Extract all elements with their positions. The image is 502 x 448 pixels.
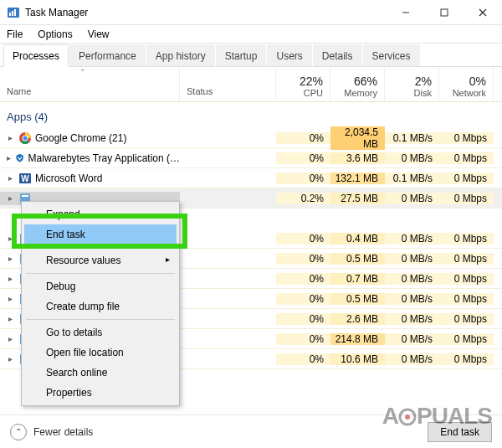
header-disk[interactable]: 2% Disk [385, 67, 439, 101]
cpu-percent: 22% [300, 75, 323, 88]
process-row[interactable]: ▸Google Chrome (21)0%2,034.5 MB0.1 MB/s0… [0, 128, 502, 148]
svg-rect-3 [14, 9, 16, 16]
tab-startup[interactable]: Startup [216, 44, 267, 67]
header-network[interactable]: 0% Network [439, 67, 494, 101]
network-value: 0 Mbps [439, 273, 494, 285]
memory-value: 0.5 MB [330, 253, 385, 265]
disclosure-icon[interactable]: ▸ [5, 354, 15, 363]
ctx-separator [26, 273, 175, 274]
fewer-details-button[interactable]: ⌃ Fewer details [10, 424, 93, 440]
network-label: Network [453, 88, 486, 98]
svg-rect-1 [9, 13, 11, 16]
memory-value: 2.6 MB [330, 313, 385, 325]
network-value: 0 Mbps [439, 152, 494, 164]
ctx-separator [26, 247, 175, 248]
app-icon: W [18, 172, 32, 185]
memory-value: 27.5 MB [330, 193, 385, 204]
tab-users[interactable]: Users [267, 44, 311, 67]
disk-value: 0 MB/s [385, 193, 439, 204]
group-apps[interactable]: Apps (4) [0, 102, 502, 128]
svg-point-11 [23, 136, 28, 140]
memory-percent: 66% [354, 75, 377, 88]
ctx-end-task[interactable]: End task [24, 224, 177, 245]
ctx-search-online[interactable]: Search online [24, 363, 177, 383]
disk-value: 0 MB/s [385, 152, 439, 164]
network-value: 0 Mbps [439, 333, 494, 345]
ctx-create-dump[interactable]: Create dump file [24, 296, 177, 317]
disclosure-icon[interactable]: ▸ [5, 234, 15, 243]
header-name[interactable]: ⌃ Name [0, 67, 180, 101]
svg-rect-15 [22, 195, 28, 197]
disclosure-icon[interactable]: ▸ [5, 294, 15, 303]
close-button[interactable] [464, 0, 502, 25]
tab-services[interactable]: Services [363, 44, 420, 67]
minimize-button[interactable] [387, 0, 425, 25]
memory-value: 2,034.5 MB [330, 126, 385, 150]
disk-value: 0 MB/s [385, 233, 439, 245]
header-status[interactable]: Status [180, 67, 276, 101]
header-status-label: Status [187, 86, 213, 96]
tab-performance[interactable]: Performance [69, 44, 146, 67]
tab-details[interactable]: Details [313, 44, 362, 67]
process-name-cell: ▸Malwarebytes Tray Application (… [0, 152, 180, 165]
disk-value: 0 MB/s [385, 333, 439, 345]
header-memory[interactable]: 66% Memory [330, 67, 385, 101]
end-task-button[interactable]: End task [428, 422, 492, 442]
disclosure-icon[interactable]: ▸ [5, 133, 15, 142]
disclosure-icon[interactable]: ▸ [5, 254, 15, 263]
app-icon [15, 152, 24, 165]
process-name: Google Chrome (21) [35, 132, 126, 144]
header-name-label: Name [7, 86, 31, 96]
chevron-up-icon: ⌃ [10, 424, 27, 440]
disclosure-icon[interactable]: ▸ [5, 153, 12, 162]
disclosure-icon[interactable]: ▸ [5, 173, 15, 183]
tabstrip: Processes Performance App history Startu… [0, 44, 502, 67]
network-value: 0 Mbps [439, 132, 494, 144]
memory-value: 3.6 MB [330, 152, 385, 164]
titlebar: Task Manager [0, 0, 502, 25]
app-icon [18, 131, 32, 145]
menu-file[interactable]: File [5, 27, 24, 42]
window-controls [387, 0, 502, 25]
disk-percent: 2% [415, 75, 432, 88]
tab-app-history[interactable]: App history [146, 44, 215, 67]
cpu-value: 0% [276, 253, 330, 265]
network-percent: 0% [469, 75, 486, 88]
menu-options[interactable]: Options [36, 27, 74, 42]
memory-label: Memory [344, 88, 377, 98]
maximize-button[interactable] [425, 0, 464, 25]
process-row[interactable]: ▸Malwarebytes Tray Application (…0%3.6 M… [0, 148, 502, 168]
disclosure-icon[interactable]: ▸ [5, 314, 15, 323]
cpu-value: 0% [276, 293, 330, 305]
ctx-properties[interactable]: Properties [24, 383, 177, 403]
disk-value: 0.1 MB/s [385, 132, 439, 144]
disclosure-icon[interactable]: ▸ [5, 334, 15, 343]
cpu-value: 0% [276, 152, 330, 164]
cpu-label: CPU [304, 88, 323, 98]
sort-indicator-icon: ⌃ [79, 68, 86, 76]
menu-view[interactable]: View [86, 27, 111, 42]
svg-rect-2 [12, 11, 13, 16]
disclosure-icon[interactable]: ▸ [5, 274, 15, 283]
svg-rect-5 [441, 9, 448, 16]
network-value: 0 Mbps [439, 233, 494, 245]
disk-value: 0.1 MB/s [385, 173, 439, 184]
ctx-go-to-details[interactable]: Go to details [24, 322, 177, 342]
header-cpu[interactable]: 22% CPU [276, 67, 330, 101]
tab-processes[interactable]: Processes [3, 44, 69, 67]
process-name: Microsoft Word [35, 173, 102, 184]
ctx-debug[interactable]: Debug [24, 276, 177, 296]
footer: ⌃ Fewer details End task [0, 415, 502, 448]
column-headers: ⌃ Name Status 22% CPU 66% Memory 2% Disk… [0, 67, 502, 102]
process-row[interactable]: ▸WMicrosoft Word0%132.1 MB0.1 MB/s0 Mbps [0, 168, 502, 188]
process-name-cell: ▸WMicrosoft Word [0, 172, 180, 185]
disclosure-icon[interactable]: ▸ [5, 193, 15, 203]
ctx-open-file-location[interactable]: Open file location [24, 342, 177, 363]
memory-value: 10.6 MB [330, 353, 385, 365]
cpu-value: 0% [276, 273, 330, 285]
menubar: File Options View [0, 25, 502, 44]
disk-label: Disk [414, 88, 432, 98]
process-name-cell: ▸Google Chrome (21) [0, 131, 180, 145]
ctx-expand[interactable]: Expand [24, 204, 177, 224]
ctx-resource-values[interactable]: Resource values ▸ [24, 250, 177, 270]
